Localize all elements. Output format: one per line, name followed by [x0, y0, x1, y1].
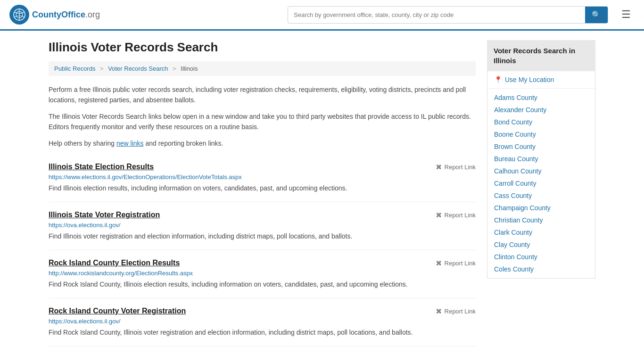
- report-link-label-0: Report Link: [445, 164, 476, 171]
- result-header-3: Rock Island County Voter Registration ✖ …: [49, 307, 476, 316]
- result-url-0[interactable]: https://www.elections.il.gov/ElectionOpe…: [49, 173, 476, 181]
- report-icon-1: ✖: [436, 211, 442, 220]
- sidebar-county-item: Clay County: [487, 239, 595, 251]
- sidebar-county-item: Clinton County: [487, 251, 595, 263]
- county-list: Adams CountyAlexander CountyBond CountyB…: [487, 89, 595, 278]
- sidebar-county-item: Champaign County: [487, 202, 595, 214]
- county-link-8[interactable]: Cass County: [494, 192, 532, 199]
- location-icon: 📍: [494, 76, 502, 83]
- breadcrumb-sep-2: >: [173, 65, 176, 72]
- intro-paragraph-2: The Illinois Voter Records Search links …: [49, 111, 476, 132]
- page-title: Illinois Voter Records Search: [49, 40, 476, 55]
- search-button[interactable]: 🔍: [585, 7, 608, 23]
- result-title-1[interactable]: Illinois State Voter Registration: [49, 211, 160, 219]
- report-icon-0: ✖: [436, 163, 442, 172]
- sidebar-county-item: Clark County: [487, 226, 595, 239]
- menu-button[interactable]: ☰: [618, 7, 635, 23]
- use-my-location-link[interactable]: Use My Location: [505, 76, 554, 83]
- sidebar-county-item: Boone County: [487, 128, 595, 140]
- result-desc-3: Find Rock Island County, Illinois voter …: [49, 328, 476, 337]
- sidebar-content: 📍 Use My Location Adams CountyAlexander …: [487, 71, 595, 279]
- breadcrumb-voter-records[interactable]: Voter Records Search: [108, 65, 168, 72]
- result-item: Rock Island County Voter Registration ✖ …: [49, 298, 476, 346]
- sidebar-county-item: Christian County: [487, 214, 595, 226]
- county-link-12[interactable]: Clay County: [494, 241, 530, 248]
- sidebar-county-item: Alexander County: [487, 104, 595, 116]
- result-header-0: Illinois State Election Results ✖ Report…: [49, 163, 476, 172]
- site-header: CountyOffice.org 🔍 ☰: [0, 0, 644, 31]
- sidebar: Voter Records Search in Illinois 📍 Use M…: [487, 40, 595, 346]
- report-icon-3: ✖: [436, 307, 442, 316]
- county-link-5[interactable]: Bureau County: [494, 155, 538, 163]
- sidebar-county-item: Calhoun County: [487, 165, 595, 177]
- intro-paragraph-3: Help others by sharing new links and rep…: [49, 138, 476, 148]
- search-bar: 🔍: [288, 6, 608, 24]
- search-icon: 🔍: [592, 11, 601, 19]
- logo-text: CountyOffice.org: [32, 10, 100, 20]
- breadcrumb-sep-1: >: [100, 65, 104, 72]
- results-list: Illinois State Election Results ✖ Report…: [49, 154, 476, 346]
- sidebar-header: Voter Records Search in Illinois: [487, 40, 595, 71]
- county-link-14[interactable]: Coles County: [494, 265, 534, 273]
- county-link-2[interactable]: Bond County: [494, 118, 532, 126]
- result-item: Rock Island County Election Results ✖ Re…: [49, 250, 476, 298]
- result-item: Illinois State Election Results ✖ Report…: [49, 154, 476, 202]
- county-link-9[interactable]: Champaign County: [494, 204, 551, 212]
- result-title-2[interactable]: Rock Island County Election Results: [49, 259, 180, 267]
- county-link-7[interactable]: Carroll County: [494, 180, 536, 187]
- sidebar-county-item: Coles County: [487, 263, 595, 275]
- result-title-3[interactable]: Rock Island County Voter Registration: [49, 307, 186, 315]
- sidebar-county-item: Bond County: [487, 116, 595, 128]
- report-link-label-3: Report Link: [445, 308, 476, 315]
- report-link-button-2[interactable]: ✖ Report Link: [436, 259, 476, 268]
- result-url-3[interactable]: https://ova.elections.il.gov/: [49, 318, 476, 325]
- breadcrumb-current: Illinois: [181, 65, 198, 72]
- result-item: Illinois State Voter Registration ✖ Repo…: [49, 202, 476, 250]
- county-link-13[interactable]: Clinton County: [494, 253, 537, 261]
- sidebar-county-item: Carroll County: [487, 177, 595, 189]
- main-container: Illinois Voter Records Search Public Rec…: [39, 31, 605, 356]
- report-link-button-0[interactable]: ✖ Report Link: [436, 163, 476, 172]
- report-icon-2: ✖: [436, 259, 442, 268]
- content-area: Illinois Voter Records Search Public Rec…: [49, 40, 476, 346]
- report-link-label-1: Report Link: [445, 212, 476, 219]
- search-input[interactable]: [288, 8, 585, 22]
- result-header-1: Illinois State Voter Registration ✖ Repo…: [49, 211, 476, 220]
- logo-icon: [9, 5, 29, 25]
- county-link-6[interactable]: Calhoun County: [494, 167, 541, 175]
- hamburger-icon: ☰: [621, 8, 631, 20]
- result-desc-0: Find Illinois election results, includin…: [49, 183, 476, 193]
- county-link-4[interactable]: Brown County: [494, 143, 536, 150]
- result-title-0[interactable]: Illinois State Election Results: [49, 163, 154, 171]
- county-link-10[interactable]: Christian County: [494, 216, 543, 224]
- report-link-label-2: Report Link: [445, 260, 476, 267]
- sidebar-county-item: Bureau County: [487, 153, 595, 165]
- breadcrumb: Public Records > Voter Records Search > …: [49, 61, 476, 76]
- result-url-1[interactable]: https://ova.elections.il.gov/: [49, 222, 476, 229]
- sidebar-location: 📍 Use My Location: [487, 71, 595, 89]
- report-link-button-3[interactable]: ✖ Report Link: [436, 307, 476, 316]
- intro-paragraph-1: Perform a free Illinois public voter rec…: [49, 84, 476, 106]
- result-desc-2: Find Rock Island County, Illinois electi…: [49, 280, 476, 289]
- sidebar-county-item: Adams County: [487, 91, 595, 104]
- result-header-2: Rock Island County Election Results ✖ Re…: [49, 259, 476, 268]
- county-link-1[interactable]: Alexander County: [494, 106, 546, 114]
- sidebar-county-item: Brown County: [487, 140, 595, 153]
- result-desc-1: Find Illinois voter registration and ele…: [49, 231, 476, 241]
- breadcrumb-public-records[interactable]: Public Records: [54, 65, 95, 72]
- sidebar-county-item: Cass County: [487, 189, 595, 202]
- county-link-0[interactable]: Adams County: [494, 94, 537, 101]
- county-link-11[interactable]: Clark County: [494, 229, 532, 236]
- county-link-3[interactable]: Boone County: [494, 131, 536, 138]
- result-url-2[interactable]: http://www.rockislandcounty.org/Election…: [49, 270, 476, 277]
- report-link-button-1[interactable]: ✖ Report Link: [436, 211, 476, 220]
- new-links-link[interactable]: new links: [116, 140, 144, 147]
- logo-link[interactable]: CountyOffice.org: [9, 5, 100, 25]
